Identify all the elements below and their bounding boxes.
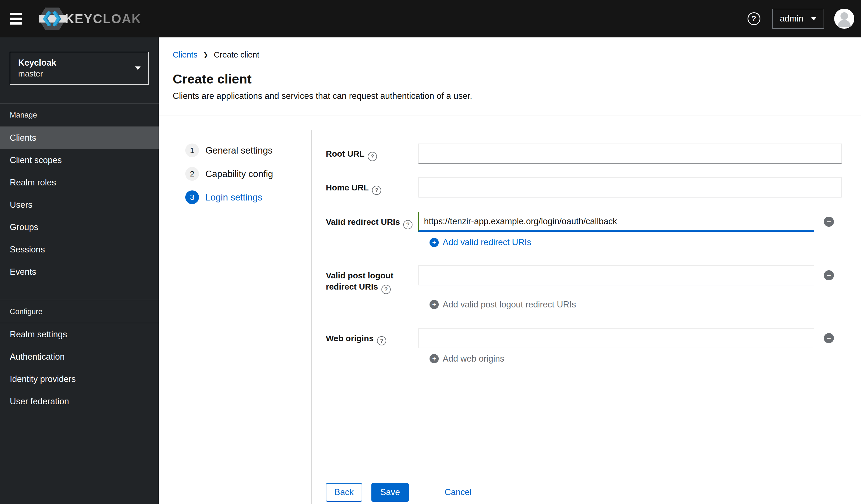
breadcrumb-current: Create client <box>214 50 259 59</box>
sidebar-item-groups[interactable]: Groups <box>0 216 159 238</box>
chevron-down-icon <box>135 67 140 70</box>
help-question-icon[interactable]: ? <box>372 186 381 195</box>
main-content: Clients ❯ Create client Create client Cl… <box>159 38 861 504</box>
add-post-logout-uris-link[interactable]: + Add valid post logout redirect URIs <box>429 299 861 310</box>
sidebar-item-client-scopes[interactable]: Client scopes <box>0 149 159 171</box>
wizard-nav: 1 General settings 2 Capability config 3… <box>159 130 312 504</box>
sidebar-item-events[interactable]: Events <box>0 261 159 283</box>
sidebar-item-identity-providers[interactable]: Identity providers <box>0 368 159 390</box>
plus-circle-icon: + <box>429 354 439 363</box>
wizard-step-login-settings[interactable]: 3 Login settings <box>185 191 311 204</box>
breadcrumb-clients-link[interactable]: Clients <box>173 50 197 59</box>
wizard-step-general-settings[interactable]: 1 General settings <box>185 143 311 157</box>
web-origins-input[interactable] <box>418 328 814 348</box>
root-url-row: Root URL? <box>326 143 861 164</box>
step-number: 2 <box>185 167 199 181</box>
realm-selector-title: Keycloak <box>18 57 135 68</box>
plus-circle-icon: + <box>429 300 439 309</box>
step-number: 1 <box>185 143 199 157</box>
sidebar-item-realm-settings[interactable]: Realm settings <box>0 323 159 346</box>
masthead: KEYCLOAK ? admin <box>0 0 861 38</box>
step-number: 3 <box>185 191 199 204</box>
valid-redirect-uris-group: Valid redirect URIs? − + Add valid redir… <box>326 212 861 248</box>
sidebar-item-clients[interactable]: Clients <box>0 127 159 149</box>
plus-circle-icon: + <box>429 238 439 247</box>
add-web-origins-link[interactable]: + Add web origins <box>429 353 861 364</box>
web-origins-label: Web origins <box>326 334 374 343</box>
web-origins-group: Web origins? − + Add web origins <box>326 328 861 364</box>
breadcrumb: Clients ❯ Create client <box>173 50 861 59</box>
valid-redirect-uris-input[interactable] <box>418 212 814 232</box>
sidebar-item-sessions[interactable]: Sessions <box>0 238 159 261</box>
username-label: admin <box>780 14 804 24</box>
post-logout-uris-input[interactable] <box>418 265 814 285</box>
cancel-button[interactable]: Cancel <box>445 487 472 497</box>
hamburger-menu-icon[interactable] <box>10 13 22 25</box>
configure-nav-list: Realm settings Authentication Identity p… <box>0 323 159 413</box>
remove-post-logout-uri-icon[interactable]: − <box>824 270 834 280</box>
keycloak-logo[interactable]: KEYCLOAK <box>39 7 141 30</box>
realm-selector-current: master <box>18 68 135 79</box>
page-subtitle: Clients are applications and services th… <box>173 91 861 116</box>
page-title: Create client <box>173 71 861 86</box>
user-dropdown[interactable]: admin <box>772 9 824 29</box>
keycloak-admin-console: KEYCLOAK ? admin Keycloak master <box>0 0 861 504</box>
save-button[interactable]: Save <box>371 483 409 502</box>
add-valid-redirect-uris-link[interactable]: + Add valid redirect URIs <box>429 237 861 248</box>
avatar[interactable] <box>834 9 854 29</box>
realm-selector[interactable]: Keycloak master <box>10 52 149 85</box>
brand-wordmark: KEYCLOAK <box>65 11 141 26</box>
breadcrumb-divider-icon: ❯ <box>203 51 208 59</box>
chevron-down-icon <box>811 17 816 20</box>
wizard-actions: Back Save Cancel <box>326 483 861 502</box>
sidebar-item-realm-roles[interactable]: Realm roles <box>0 171 159 194</box>
page-header: Clients ❯ Create client Create client Cl… <box>159 38 861 116</box>
section-header-configure: Configure <box>0 299 159 323</box>
sidebar-item-user-federation[interactable]: User federation <box>0 390 159 413</box>
home-url-input[interactable] <box>418 177 842 197</box>
login-settings-form: Root URL? Home URL? Valid redir <box>312 116 861 504</box>
post-logout-uris-group: Valid post logout redirect URIs? − + Add… <box>326 265 861 310</box>
manage-nav-list: Clients Client scopes Realm roles Users … <box>0 127 159 283</box>
sidebar-item-users[interactable]: Users <box>0 194 159 216</box>
help-icon[interactable]: ? <box>748 12 761 25</box>
remove-web-origin-icon[interactable]: − <box>824 333 834 343</box>
home-url-label: Home URL <box>326 183 369 192</box>
root-url-input[interactable] <box>418 143 842 164</box>
wizard-step-capability-config[interactable]: 2 Capability config <box>185 167 311 181</box>
keycloak-hexagon-icon <box>39 7 67 30</box>
back-button[interactable]: Back <box>326 483 362 502</box>
remove-redirect-uri-icon[interactable]: − <box>824 217 834 227</box>
root-url-label: Root URL <box>326 149 365 158</box>
section-header-manage: Manage <box>0 103 159 127</box>
sidebar-item-authentication[interactable]: Authentication <box>0 346 159 368</box>
help-question-icon[interactable]: ? <box>403 220 412 229</box>
valid-redirect-uris-label: Valid redirect URIs <box>326 217 400 226</box>
home-url-row: Home URL? <box>326 177 861 197</box>
help-question-icon[interactable]: ? <box>377 336 386 346</box>
help-question-icon[interactable]: ? <box>368 152 377 161</box>
masthead-actions: ? admin <box>748 9 854 29</box>
help-question-icon[interactable]: ? <box>381 285 391 294</box>
sidebar: Keycloak master Manage Clients Client sc… <box>0 38 159 504</box>
